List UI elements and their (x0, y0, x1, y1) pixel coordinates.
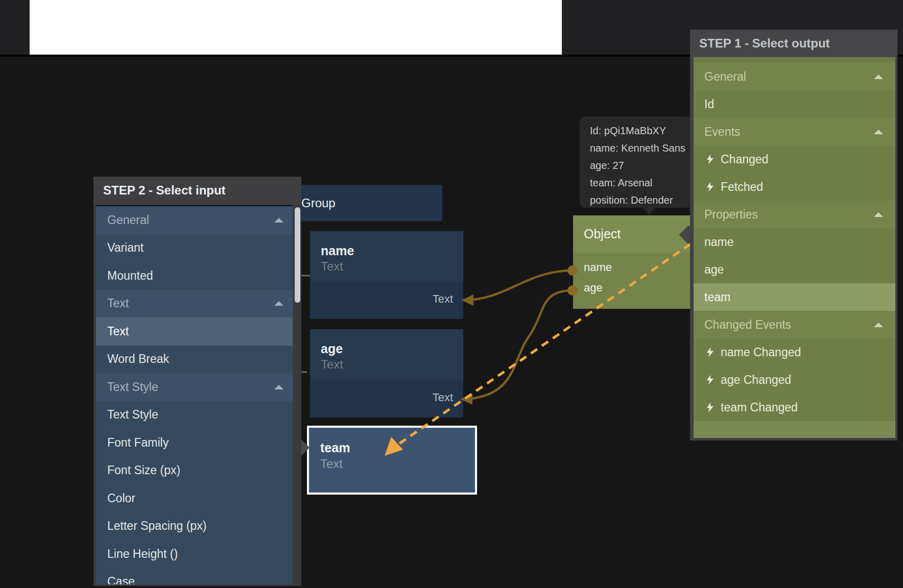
step1-item-label: team Changed (721, 401, 798, 414)
tooltip-id-line: Id: pQi1MaBbXY (590, 122, 692, 139)
browser-window-strip (30, 0, 562, 55)
lightning-icon (707, 403, 714, 412)
step2-item-label: Text (107, 297, 129, 310)
step2-item-label: Text Style (107, 380, 158, 394)
step2-item-text[interactable]: Text (96, 317, 293, 346)
step1-item-label: Changed (721, 153, 768, 166)
step1-item-label: age (704, 263, 724, 277)
step1-select-output-panel: STEP 1 - Select output GeneralIdEventsCh… (690, 30, 897, 440)
step1-item-label: General (704, 70, 746, 84)
wire-age-to-text (466, 290, 573, 399)
node-type-label: Text (321, 259, 463, 274)
step2-item-label: General (107, 213, 149, 227)
object-data-tooltip: Id: pQi1MaBbXY name: Kenneth Sans age: 2… (580, 116, 692, 208)
chevron-up-icon[interactable] (874, 75, 883, 79)
step2-item-text[interactable]: Text (96, 290, 293, 318)
step1-item-label: name (704, 235, 734, 249)
lightning-icon (707, 182, 714, 192)
step1-item-general[interactable]: General (694, 63, 895, 90)
tooltip-age-line: age: 27 (590, 157, 692, 174)
step2-item-label: Line Height () (107, 547, 178, 561)
step1-item-id[interactable]: Id (694, 90, 895, 118)
node-editor-canvas: { "top_bar": {}, "step1_panel": { "title… (0, 0, 903, 588)
chevron-up-icon[interactable] (874, 130, 883, 134)
chevron-up-icon[interactable] (274, 385, 283, 389)
step1-item-name[interactable]: name (694, 228, 895, 256)
step1-item-age[interactable]: age (694, 256, 895, 283)
step2-item-list: GeneralVariantMountedTextTextWord BreakT… (96, 205, 293, 584)
node-title: team (320, 440, 475, 455)
step2-item-case[interactable]: Case (96, 568, 293, 585)
step1-item-label: age Changed (721, 373, 791, 387)
step1-panel-footer (694, 421, 895, 438)
step2-select-input-panel: STEP 2 - Select input GeneralVariantMoun… (93, 177, 301, 586)
step2-item-font-family[interactable]: Font Family (96, 429, 293, 457)
tooltip-name-line: name: Kenneth Sans (590, 139, 692, 157)
step2-item-text-style[interactable]: Text Style (96, 401, 293, 429)
lightning-icon (707, 348, 714, 357)
node-type-label: Text (320, 457, 475, 471)
step1-item-properties[interactable]: Properties (694, 201, 895, 228)
step1-panel-title: STEP 1 - Select output (690, 30, 897, 57)
step2-item-letter-spacing-px-[interactable]: Letter Spacing (px) (96, 512, 293, 541)
step2-item-general[interactable]: General (96, 206, 293, 234)
step1-item-list: GeneralIdEventsChangedFetchedPropertiesn… (694, 57, 895, 421)
step2-item-line-height-[interactable]: Line Height () (96, 540, 293, 568)
text-input-port[interactable]: Text (433, 292, 453, 306)
step2-panel-title: STEP 2 - Select input (93, 177, 301, 204)
step2-item-text-style[interactable]: Text Style (96, 373, 293, 401)
step1-item-fetched[interactable]: Fetched (694, 173, 895, 201)
name-text-node[interactable]: name Text Text (310, 231, 463, 319)
tooltip-team-line: team: Arsenal (590, 174, 692, 191)
step1-item-label: Id (704, 97, 714, 111)
step2-item-label: Case (107, 575, 135, 584)
step2-item-label: Color (107, 492, 135, 505)
step2-item-label: Text (107, 325, 129, 338)
group-node-title: Group (301, 196, 336, 210)
step1-item-label: Fetched (721, 180, 763, 194)
chevron-up-icon[interactable] (274, 218, 283, 223)
step1-item-changed-events[interactable]: Changed Events (694, 311, 895, 338)
tooltip-pointer (643, 207, 656, 215)
team-text-node-selected[interactable]: team Text (307, 426, 477, 495)
step1-item-team-changed[interactable]: team Changed (694, 394, 895, 421)
step2-item-color[interactable]: Color (96, 484, 293, 512)
text-input-port[interactable]: Text (433, 391, 453, 404)
step2-item-mounted[interactable]: Mounted (96, 262, 293, 290)
step2-item-variant[interactable]: Variant (96, 234, 293, 262)
lightning-icon (707, 375, 714, 385)
step1-item-age-changed[interactable]: age Changed (694, 366, 895, 394)
step2-scrollbar-thumb[interactable] (295, 207, 300, 303)
step1-item-label: team (704, 290, 730, 304)
node-title: name (321, 243, 463, 258)
node-title: age (321, 341, 463, 356)
step2-item-word-break[interactable]: Word Break (96, 346, 293, 374)
step1-item-events[interactable]: Events (694, 118, 895, 145)
step2-item-font-size-px-[interactable]: Font Size (px) (96, 457, 293, 485)
group-node[interactable]: Group (301, 185, 442, 221)
tooltip-position-line: position: Defender (590, 191, 692, 208)
step1-item-changed[interactable]: Changed (694, 145, 895, 173)
step2-item-label: Font Size (px) (107, 463, 180, 477)
chevron-up-icon[interactable] (874, 323, 883, 327)
chevron-up-icon[interactable] (874, 212, 883, 217)
object-output-name[interactable]: name (573, 257, 690, 278)
step2-item-label: Letter Spacing (px) (107, 519, 206, 533)
age-text-node[interactable]: age Text Text (310, 329, 463, 418)
step1-item-team[interactable]: team (694, 283, 895, 311)
step1-item-name-changed[interactable]: name Changed (694, 338, 895, 366)
step1-item-label: Properties (704, 208, 758, 222)
lightning-icon (707, 155, 714, 164)
step2-item-label: Word Break (107, 352, 169, 366)
node-type-label: Text (321, 357, 463, 372)
object-node-title: Object (584, 227, 621, 241)
step2-item-label: Mounted (107, 269, 153, 283)
chevron-up-icon[interactable] (274, 301, 283, 306)
step1-item-label: name Changed (721, 346, 801, 359)
step2-item-label: Font Family (107, 436, 169, 450)
object-node[interactable]: Object name age (573, 215, 690, 309)
step1-item-label: Events (704, 125, 740, 139)
object-output-age[interactable]: age (573, 278, 690, 298)
step2-item-label: Text Style (107, 408, 158, 422)
wire-name-to-text (465, 271, 573, 300)
